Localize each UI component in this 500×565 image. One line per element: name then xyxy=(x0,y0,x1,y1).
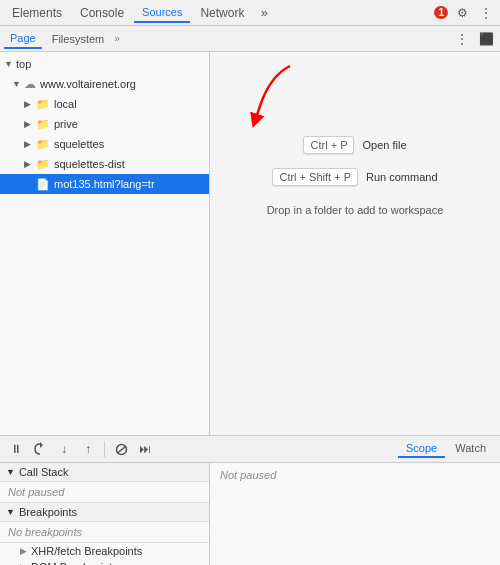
debugger-right: Not paused xyxy=(210,463,500,565)
subtabs-overflow[interactable]: » xyxy=(114,33,120,44)
call-stack-arrow: ▼ xyxy=(6,467,15,477)
tree-arrow-top xyxy=(4,59,16,69)
tree-label-squelettes-dist: squelettes-dist xyxy=(54,158,125,170)
deactivate-button[interactable] xyxy=(111,439,131,459)
call-stack-title: Call Stack xyxy=(19,466,69,478)
sources-shortcuts-panel: Ctrl + P Open file Ctrl + Shift + P Run … xyxy=(210,52,500,435)
tree-item-prive[interactable]: prive xyxy=(0,114,209,134)
folder-icon-prive xyxy=(36,118,50,131)
breakpoints-title: Breakpoints xyxy=(19,506,77,518)
step-into-button[interactable]: ↓ xyxy=(54,439,74,459)
tree-item-top[interactable]: top xyxy=(0,54,209,74)
shortcut-row-open: Ctrl + P Open file xyxy=(230,136,480,154)
error-badge: 1 xyxy=(434,6,448,19)
red-arrow-annotation xyxy=(240,56,320,138)
shortcut-key-run: Ctrl + Shift + P xyxy=(272,168,358,186)
xhr-arrow: ▶ xyxy=(20,546,27,556)
tree-label-top: top xyxy=(16,58,31,70)
tree-arrow-squelettes xyxy=(24,139,36,149)
devtools-tab-network[interactable]: Network xyxy=(192,3,252,23)
file-tree: top www.voltairenet.org local prive xyxy=(0,52,209,435)
tree-arrow-voltaire xyxy=(12,79,24,89)
breakpoints-header[interactable]: ▼ Breakpoints xyxy=(0,503,209,522)
tree-item-local[interactable]: local xyxy=(0,94,209,114)
devtools-toolbar: Elements Console Sources Network » 1 ⚙ ⋮ xyxy=(0,0,500,26)
tab-scope[interactable]: Scope xyxy=(398,440,445,458)
overflow-tabs[interactable]: » xyxy=(254,3,274,23)
tree-label-prive: prive xyxy=(54,118,78,130)
sync-icon[interactable]: ⬛ xyxy=(476,29,496,49)
svg-marker-0 xyxy=(40,442,43,448)
drop-text: Drop in a folder to add to workspace xyxy=(267,204,444,216)
settings-icon[interactable]: ⚙ xyxy=(452,3,472,23)
shortcut-row-run: Ctrl + Shift + P Run command xyxy=(230,168,480,186)
call-stack-section: ▼ Call Stack Not paused xyxy=(0,463,209,503)
tree-label-squelettes: squelettes xyxy=(54,138,104,150)
devtools-toolbar-icons: 1 ⚙ ⋮ xyxy=(434,3,496,23)
not-paused-status: Not paused xyxy=(210,463,500,487)
folder-icon-squelettes-dist xyxy=(36,158,50,171)
shortcut-label-run: Run command xyxy=(366,171,438,183)
tree-label-local: local xyxy=(54,98,77,110)
file-tree-panel: top www.voltairenet.org local prive xyxy=(0,52,210,435)
breakpoints-section: ▼ Breakpoints No breakpoints xyxy=(0,503,209,543)
xhr-breakpoints[interactable]: ▶ XHR/fetch Breakpoints xyxy=(0,543,209,559)
call-stack-header[interactable]: ▼ Call Stack xyxy=(0,463,209,482)
debugger-section: ⏸ ↓ ↑ ⏭ Scope Watch ▼ Call Stack Not pau… xyxy=(0,435,500,565)
async-button[interactable]: ⏭ xyxy=(135,439,155,459)
tree-label-voltaire: www.voltairenet.org xyxy=(40,78,136,90)
call-stack-status: Not paused xyxy=(0,482,209,502)
tree-item-squelettes[interactable]: squelettes xyxy=(0,134,209,154)
file-icon-mot135: 📄 xyxy=(36,178,50,191)
tree-arrow-local xyxy=(24,99,36,109)
tree-item-squelettes-dist[interactable]: squelettes-dist xyxy=(0,154,209,174)
tree-item-mot135[interactable]: 📄 mot135.html?lang=tr xyxy=(0,174,209,194)
tree-label-mot135: mot135.html?lang=tr xyxy=(54,178,155,190)
breakpoints-arrow: ▼ xyxy=(6,507,15,517)
debugger-toolbar: ⏸ ↓ ↑ ⏭ Scope Watch xyxy=(0,435,500,463)
tab-page[interactable]: Page xyxy=(4,29,42,49)
folder-icon-local xyxy=(36,98,50,111)
scope-watch-tabs: Scope Watch xyxy=(398,440,494,458)
shortcut-key-open: Ctrl + P xyxy=(303,136,354,154)
breakpoints-status: No breakpoints xyxy=(0,522,209,542)
step-over-button[interactable] xyxy=(30,439,50,459)
shortcut-label-open: Open file xyxy=(362,139,406,151)
folder-icon-squelettes xyxy=(36,138,50,151)
tab-filesystem[interactable]: Filesystem xyxy=(46,30,111,48)
dom-breakpoints[interactable]: ▶ DOM Breakpoints xyxy=(0,559,209,565)
devtools-tab-elements[interactable]: Elements xyxy=(4,3,70,23)
debug-separator xyxy=(104,441,105,457)
tree-arrow-squelettes-dist xyxy=(24,159,36,169)
devtools-tab-console[interactable]: Console xyxy=(72,3,132,23)
tab-watch[interactable]: Watch xyxy=(447,440,494,458)
sources-subtoolbar: Page Filesystem » ⋮ ⬛ xyxy=(0,26,500,52)
sources-actions: ⋮ ⬛ xyxy=(452,29,496,49)
step-out-button[interactable]: ↑ xyxy=(78,439,98,459)
xhr-label: XHR/fetch Breakpoints xyxy=(31,545,142,557)
tree-item-voltaire[interactable]: www.voltairenet.org xyxy=(0,74,209,94)
tree-arrow-prive xyxy=(24,119,36,129)
main-area: top www.voltairenet.org local prive xyxy=(0,52,500,435)
pause-button[interactable]: ⏸ xyxy=(6,439,26,459)
more-icon[interactable]: ⋮ xyxy=(476,3,496,23)
devtools-tab-sources[interactable]: Sources xyxy=(134,3,190,23)
more-sources-icon[interactable]: ⋮ xyxy=(452,29,472,49)
dom-label: DOM Breakpoints xyxy=(31,561,118,565)
debugger-left: ▼ Call Stack Not paused ▼ Breakpoints No… xyxy=(0,463,210,565)
debugger-area: ▼ Call Stack Not paused ▼ Breakpoints No… xyxy=(0,463,500,565)
cloud-icon xyxy=(24,77,36,91)
